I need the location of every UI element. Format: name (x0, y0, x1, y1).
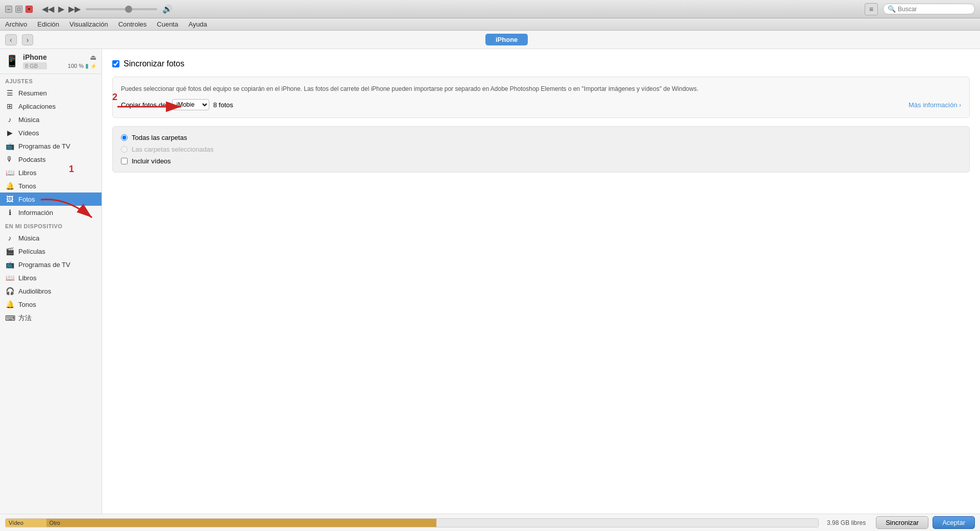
selected-folders-option[interactable]: Las carpetas seleccionadas (121, 146, 961, 153)
play-button[interactable]: ▶ (58, 4, 64, 14)
sidebar-item-aplicaciones[interactable]: ⊞ Aplicaciones (0, 100, 102, 113)
sidebar-item-device-libros[interactable]: 📖 Libros (0, 271, 102, 284)
device-tonos-icon: 🔔 (5, 300, 14, 308)
audiolibros-icon: 🎧 (5, 287, 14, 295)
device-tv-icon: 📺 (5, 260, 14, 269)
all-folders-radio[interactable] (121, 134, 128, 141)
battery-icon: ▮ (85, 62, 89, 69)
search-input[interactable] (898, 6, 969, 13)
programas-tv-icon: 📺 (5, 142, 14, 150)
menu-visualizacion[interactable]: Visualización (69, 20, 108, 28)
storage-other: Otro (46, 519, 436, 527)
content-area: Sincronizar fotos Puedes seleccionar qué… (102, 49, 980, 514)
sidebar-item-device-tv[interactable]: 📺 Programas de TV (0, 258, 102, 271)
iphone-tab-button[interactable]: iPhone (485, 34, 528, 45)
prev-button[interactable]: ◀◀ (42, 4, 54, 14)
sidebar-item-videos[interactable]: ▶ Vídeos (0, 126, 102, 139)
include-videos-label[interactable]: Incluir vídeos (132, 157, 171, 165)
more-info-link[interactable]: Más información › (909, 101, 961, 109)
list-view-button[interactable]: ≡ (865, 3, 878, 15)
copy-from-row: Copiar fotos de: iMobie Fotos Carpeta 8 … (121, 99, 961, 110)
resumen-icon: ☰ (5, 89, 14, 97)
sidebar-item-fotos[interactable]: 🖼 Fotos (0, 192, 102, 206)
sidebar-item-audiolibros[interactable]: 🎧 Audiolibros (0, 284, 102, 298)
selected-folders-radio[interactable] (121, 146, 128, 153)
menu-ayuda[interactable]: Ayuda (188, 20, 207, 28)
sidebar-item-fangfa[interactable]: ⌨ 方法 (0, 311, 102, 325)
options-box: Todas las carpetas Las carpetas seleccio… (112, 126, 970, 173)
navbar: ‹ › iPhone (0, 31, 980, 49)
copy-from-label: Copiar fotos de: (121, 101, 168, 109)
all-folders-option[interactable]: Todas las carpetas (121, 134, 961, 141)
device-battery: 100 % ▮ ⚡ (68, 62, 96, 69)
sidebar-item-programas-tv[interactable]: 📺 Programas de TV (0, 139, 102, 153)
sidebar-item-podcasts[interactable]: 🎙 Podcasts (0, 153, 102, 166)
sidebar-item-resumen[interactable]: ☰ Resumen (0, 86, 102, 100)
back-button[interactable]: ‹ (5, 34, 17, 45)
sidebar-item-informacion[interactable]: ℹ Información (0, 206, 102, 219)
device-size: 8 GB (23, 62, 47, 69)
device-libros-icon: 📖 (5, 274, 14, 282)
sidebar-item-libros[interactable]: 📖 Libros (0, 166, 102, 179)
copy-from-select[interactable]: iMobie Fotos Carpeta (172, 99, 209, 110)
menubar: Archivo Edición Visualización Controles … (0, 18, 980, 31)
eject-icon[interactable]: ⏏ (90, 53, 96, 61)
storage-free-label: 3.98 GB libres (827, 519, 866, 526)
info-text: Puedes seleccionar qué fotos del equipo … (121, 84, 961, 94)
sidebar: 📱 iPhone 8 GB ⏏ 100 % ▮ ⚡ Ajustes ☰ Resu… (0, 49, 102, 514)
include-videos-option[interactable]: Incluir vídeos (121, 157, 961, 165)
photos-count: 8 fotos (213, 101, 233, 109)
sidebar-item-tonos[interactable]: 🔔 Tonos (0, 179, 102, 192)
minimize-button[interactable]: – (5, 6, 12, 13)
storage-video: Vídeo (6, 519, 46, 527)
sidebar-item-device-musica[interactable]: ♪ Música (0, 231, 102, 245)
menu-cuenta[interactable]: Cuenta (157, 20, 178, 28)
informacion-icon: ℹ (5, 208, 14, 216)
tonos-icon: 🔔 (5, 182, 14, 190)
musica-icon: ♪ (5, 115, 14, 124)
main-layout: 📱 iPhone 8 GB ⏏ 100 % ▮ ⚡ Ajustes ☰ Resu… (0, 49, 980, 514)
close-button[interactable]: ✕ (26, 6, 33, 13)
device-icon: 📱 (5, 55, 19, 68)
window-controls: – □ ✕ (5, 6, 33, 13)
podcasts-icon: 🎙 (5, 155, 14, 163)
info-box: Puedes seleccionar qué fotos del equipo … (112, 77, 970, 118)
volume-icon[interactable]: 🔊 (162, 4, 173, 14)
progress-thumb (125, 6, 132, 13)
section-ajustes-label: Ajustes (0, 74, 102, 86)
more-info-arrow-icon: › (959, 102, 961, 109)
next-button[interactable]: ▶▶ (68, 4, 81, 14)
accept-button[interactable]: Aceptar (933, 516, 975, 529)
peliculas-icon: 🎬 (5, 247, 14, 255)
forward-button[interactable]: › (22, 34, 34, 45)
videos-icon: ▶ (5, 129, 14, 137)
menu-controles[interactable]: Controles (118, 20, 147, 28)
selected-folders-label: Las carpetas seleccionadas (132, 146, 213, 153)
maximize-button[interactable]: □ (15, 6, 22, 13)
device-musica-icon: ♪ (5, 234, 14, 242)
section-dispositivo-label: En mi dispositivo (0, 219, 102, 231)
all-folders-label[interactable]: Todas las carpetas (132, 134, 187, 141)
include-videos-checkbox[interactable] (121, 158, 128, 164)
menu-archivo[interactable]: Archivo (5, 20, 27, 28)
sidebar-item-device-tonos[interactable]: 🔔 Tonos (0, 298, 102, 311)
device-name: iPhone (23, 53, 47, 61)
sidebar-item-peliculas[interactable]: 🎬 Películas (0, 245, 102, 258)
aplicaciones-icon: ⊞ (5, 102, 14, 110)
device-header[interactable]: 📱 iPhone 8 GB ⏏ 100 % ▮ ⚡ (0, 49, 102, 74)
fotos-icon: 🖼 (5, 195, 14, 203)
storage-free-bar (436, 519, 818, 527)
sidebar-item-musica[interactable]: ♪ Música (0, 113, 102, 126)
menu-edicion[interactable]: Edición (37, 20, 59, 28)
sync-header: Sincronizar fotos (112, 59, 970, 68)
sync-checkbox[interactable] (112, 60, 119, 67)
fangfa-icon: ⌨ (5, 314, 14, 322)
sync-button[interactable]: Sincronizar (876, 516, 928, 529)
search-icon: 🔍 (888, 5, 896, 13)
sync-label[interactable]: Sincronizar fotos (124, 59, 184, 68)
progress-slider[interactable] (86, 8, 157, 10)
storage-bar: Vídeo Otro (5, 518, 819, 527)
transport-controls: ◀◀ ▶ ▶▶ (42, 4, 81, 14)
bottombar: Vídeo Otro 3.98 GB libres Sincronizar Ac… (0, 514, 980, 531)
search-box[interactable]: 🔍 (883, 4, 975, 14)
